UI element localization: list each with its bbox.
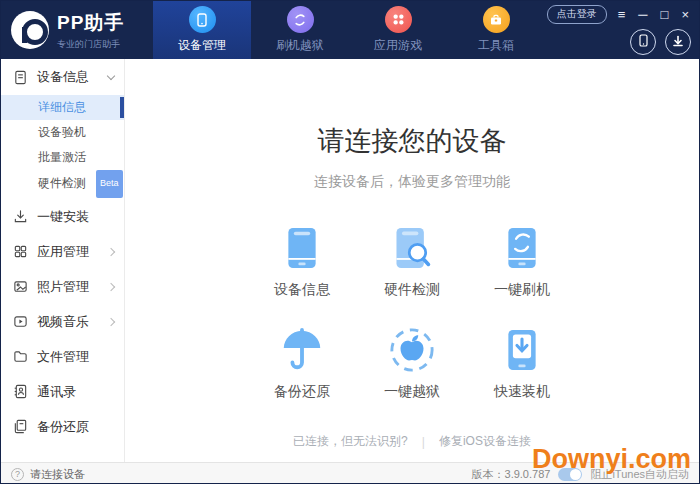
sidebar-group-device-info[interactable]: 设备信息 (1, 59, 124, 95)
sidebar-item-file-manage[interactable]: 文件管理 (1, 339, 124, 374)
connect-title: 请连接您的设备 (125, 123, 699, 159)
tab-flash-jailbreak[interactable]: 刷机越狱 (251, 1, 349, 59)
toolbox-icon (483, 6, 510, 33)
connection-status: 请连接设备 (30, 467, 85, 482)
app-window: PP助手 专业的门店助手 设备管理 刷机越狱 应用游戏 (0, 0, 700, 484)
app-logo: PP助手 专业的门店助手 (1, 1, 151, 59)
chevron-right-icon (107, 282, 115, 290)
sidebar-item-detail-info[interactable]: 详细信息 (1, 95, 124, 120)
feature-one-key-jailbreak[interactable]: 一键越狱 (357, 323, 467, 401)
sidebar: 设备信息 详细信息 设备验机 批量激活 硬件检测Beta 一键安装 应用管理 (1, 59, 124, 462)
download-button[interactable] (665, 29, 691, 55)
photo-icon (13, 279, 28, 294)
sidebar-item-backup-restore[interactable]: 备份还原 (1, 409, 124, 444)
device-manage-icon (189, 6, 216, 33)
sidebar-item-photo-manage[interactable]: 照片管理 (1, 269, 124, 304)
phone-icon (637, 33, 650, 51)
header-controls: 点击登录 ≡ ─ □ × (547, 5, 691, 55)
contacts-icon (13, 384, 28, 399)
connected-not-recognized-link[interactable]: 已连接，但无法识别? (293, 433, 408, 450)
help-icon[interactable]: ? (11, 468, 24, 481)
phone-install-icon (502, 323, 542, 373)
flash-jailbreak-icon (287, 6, 314, 33)
close-icon[interactable]: × (679, 7, 691, 23)
backup-icon (13, 419, 28, 434)
chevron-right-icon (107, 247, 115, 255)
phone-info-icon (282, 221, 322, 271)
sidebar-item-app-manage[interactable]: 应用管理 (1, 234, 124, 269)
chevron-right-icon (107, 317, 115, 325)
minimize-icon[interactable]: ─ (636, 7, 649, 23)
apps-grid-icon (13, 244, 28, 259)
maximize-icon[interactable]: □ (659, 7, 671, 23)
sidebar-item-device-verify[interactable]: 设备验机 (1, 120, 124, 145)
sidebar-item-one-key-install[interactable]: 一键安装 (1, 199, 124, 234)
tab-apps-games[interactable]: 应用游戏 (349, 1, 447, 59)
umbrella-icon (279, 323, 325, 373)
folder-icon (13, 349, 28, 364)
main-nav: 设备管理 刷机越狱 应用游戏 工具箱 (153, 1, 545, 59)
main-content: 请连接您的设备 连接设备后，体验更多管理功能 设备信息 硬件检测 (124, 59, 699, 462)
app-tagline: 专业的门店助手 (57, 38, 124, 51)
download-arrow-icon (672, 33, 684, 51)
feature-one-key-flash[interactable]: 一键刷机 (467, 221, 577, 299)
login-button[interactable]: 点击登录 (547, 5, 607, 24)
feature-device-info[interactable]: 设备信息 (247, 221, 357, 299)
tab-device-manage[interactable]: 设备管理 (153, 1, 251, 59)
feature-quick-install[interactable]: 快速装机 (467, 323, 577, 401)
pp-logo-icon (11, 11, 49, 49)
apple-jailbreak-icon (389, 323, 435, 373)
link-divider: | (422, 435, 425, 449)
sidebar-item-hardware-check[interactable]: 硬件检测Beta (1, 170, 124, 195)
fix-ios-connection-link[interactable]: 修复iOS设备连接 (439, 433, 531, 450)
feature-backup-restore[interactable]: 备份还原 (247, 323, 357, 401)
sidebar-item-contacts[interactable]: 通讯录 (1, 374, 124, 409)
watermark: Downyi.com (532, 444, 691, 475)
tab-toolbox[interactable]: 工具箱 (447, 1, 545, 59)
sidebar-item-batch-activate[interactable]: 批量激活 (1, 145, 124, 170)
phone-flash-icon (502, 221, 542, 271)
connect-subtitle: 连接设备后，体验更多管理功能 (125, 173, 699, 191)
feature-hardware-check[interactable]: 硬件检测 (357, 221, 467, 299)
device-button[interactable] (630, 29, 656, 55)
device-info-icon (13, 70, 28, 85)
chevron-down-icon (107, 71, 115, 79)
video-icon (13, 314, 28, 329)
header: PP助手 专业的门店助手 设备管理 刷机越狱 应用游戏 (1, 1, 699, 59)
sidebar-item-video-music[interactable]: 视频音乐 (1, 304, 124, 339)
menu-icon[interactable]: ≡ (616, 7, 628, 23)
beta-badge: Beta (96, 170, 123, 198)
apps-games-icon (385, 6, 412, 33)
install-icon (13, 209, 28, 224)
phone-scan-icon (391, 221, 433, 271)
app-title: PP助手 (57, 10, 124, 36)
feature-grid: 设备信息 硬件检测 一键刷机 (247, 221, 577, 401)
